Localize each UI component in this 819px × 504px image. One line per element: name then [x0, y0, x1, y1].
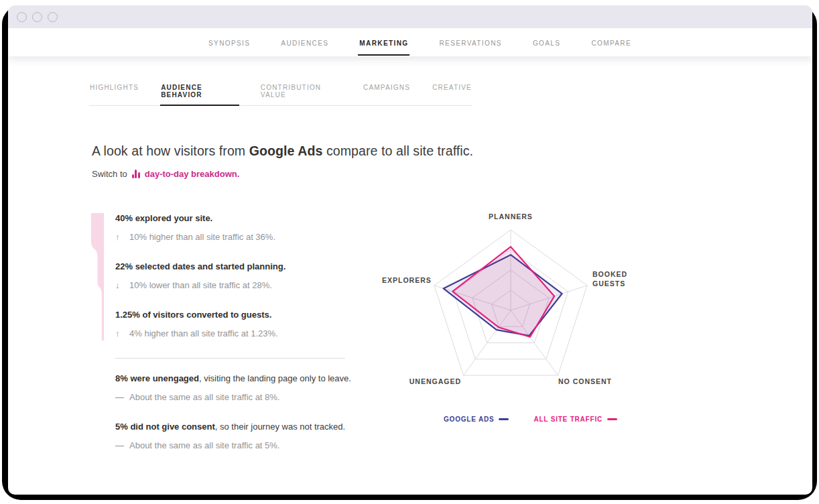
stat-detail-text: About the same as all site traffic at 5%…	[129, 440, 280, 450]
stats-divider	[115, 358, 345, 359]
stat-title-rest: , so their journey was not tracked.	[215, 422, 345, 432]
legend-line-swatch	[499, 418, 509, 421]
day-to-day-breakdown-link[interactable]: day-to-day breakdown.	[145, 169, 240, 179]
stat-title-rest: , visiting the landing page only to leav…	[199, 373, 351, 383]
subnav-tab-campaigns[interactable]: CAMPAIGNS	[363, 81, 411, 105]
nav-tab-audiences[interactable]: AUDIENCES	[279, 29, 330, 56]
subnav-tab-creative[interactable]: CREATIVE	[432, 81, 472, 105]
nav-tab-goals[interactable]: GOALS	[531, 29, 562, 56]
window-header: SYNOPSIS AUDIENCES MARKETING RESERVATION…	[8, 5, 812, 56]
legend-item-google-ads[interactable]: GOOGLE ADS	[444, 416, 509, 423]
trend-up-icon: ↑	[115, 328, 123, 338]
trend-flat-icon: —	[115, 440, 123, 450]
stat-detail-text: About the same as all site traffic at 8%…	[129, 392, 280, 402]
stat-item-no-consent: 5% did not give consent, so their journe…	[115, 422, 362, 450]
radar-axis-label-unengaged: UNENGAGED	[382, 377, 461, 386]
stat-detail-text: 10% lower than all site traffic at 28%.	[129, 280, 272, 290]
subnav-tab-audience-behavior[interactable]: AUDIENCE BEHAVIOR	[160, 81, 239, 106]
radar-axis-label-explorers: EXPLORERS	[382, 275, 428, 285]
nav-tab-compare[interactable]: COMPARE	[590, 29, 633, 56]
nav-tab-synopsis[interactable]: SYNOPSIS	[207, 29, 251, 56]
view-switch-row: Switch to day-to-day breakdown.	[92, 169, 239, 179]
stat-title: 8% were unengaged	[115, 373, 199, 383]
app-window: SYNOPSIS AUDIENCES MARKETING RESERVATION…	[8, 5, 812, 495]
stat-title: 1.25% of visitors converted to guests.	[115, 310, 271, 320]
legend-label: GOOGLE ADS	[444, 416, 494, 423]
chart-legend: GOOGLE ADS ALL SITE TRAFFIC	[444, 416, 617, 423]
trend-up-icon: ↑	[115, 232, 123, 242]
trend-flat-icon: —	[115, 392, 123, 402]
page-title-source-name: Google Ads	[249, 143, 323, 158]
stat-title: 22% selected dates and started planning.	[115, 261, 286, 271]
stats-list: 40% explored your site. ↑10% higher than…	[115, 206, 362, 470]
window-titlebar	[8, 5, 812, 28]
window-maximize-button[interactable]	[48, 12, 58, 22]
stat-title: 5% did not give consent	[115, 422, 215, 432]
legend-label: ALL SITE TRAFFIC	[533, 416, 603, 423]
stat-item-unengaged: 8% were unengaged, visiting the landing …	[115, 373, 362, 402]
nav-tab-marketing[interactable]: MARKETING	[358, 29, 410, 56]
subnav-tab-contribution-value[interactable]: CONTRIBUTION VALUE	[260, 81, 342, 105]
stat-item-converted: 1.25% of visitors converted to guests. ↑…	[115, 310, 362, 338]
main-nav: SYNOPSIS AUDIENCES MARKETING RESERVATION…	[8, 28, 812, 56]
stat-title: 40% explored your site.	[115, 213, 212, 223]
page-title-suffix: compare to all site traffic.	[322, 143, 473, 158]
bar-chart-icon	[132, 170, 140, 178]
switch-prefix-label: Switch to	[92, 169, 127, 179]
page-title-prefix: A look at how visitors from	[92, 143, 249, 158]
sub-nav: HIGHLIGHTS AUDIENCE BEHAVIOR CONTRIBUTIO…	[89, 81, 472, 106]
legend-line-swatch	[607, 418, 617, 421]
stat-detail-text: 4% higher than all site traffic at 1.23%…	[129, 328, 278, 338]
screenshot-stage: SYNOPSIS AUDIENCES MARKETING RESERVATION…	[0, 0, 819, 504]
legend-item-all-site-traffic[interactable]: ALL SITE TRAFFIC	[533, 416, 617, 423]
funnel-graphic	[91, 208, 106, 343]
radar-axis-label-planners: PLANNERS	[477, 212, 544, 221]
trend-down-icon: ↓	[115, 280, 123, 290]
radar-axis-label-no-consent: NO CONSENT	[558, 377, 632, 386]
window-minimize-button[interactable]	[32, 12, 42, 22]
nav-tab-reservations[interactable]: RESERVATIONS	[438, 29, 503, 56]
page-title: A look at how visitors from Google Ads c…	[92, 143, 473, 159]
stat-item-planning: 22% selected dates and started planning.…	[115, 261, 362, 290]
day-to-day-breakdown-link-text[interactable]: day-to-day breakdown	[145, 169, 237, 179]
stat-item-explored: 40% explored your site. ↑10% higher than…	[115, 213, 362, 242]
radar-chart: PLANNERS BOOKED GUESTS NO CONSENT UNENGA…	[382, 200, 650, 412]
switch-suffix: .	[237, 169, 240, 179]
radar-chart-canvas	[382, 205, 639, 395]
stat-detail-text: 10% higher than all site traffic at 36%.	[129, 232, 275, 242]
window-close-button[interactable]	[17, 12, 27, 22]
radar-axis-label-booked-guests: BOOKED GUESTS	[592, 269, 630, 288]
subnav-tab-highlights[interactable]: HIGHLIGHTS	[89, 81, 139, 105]
